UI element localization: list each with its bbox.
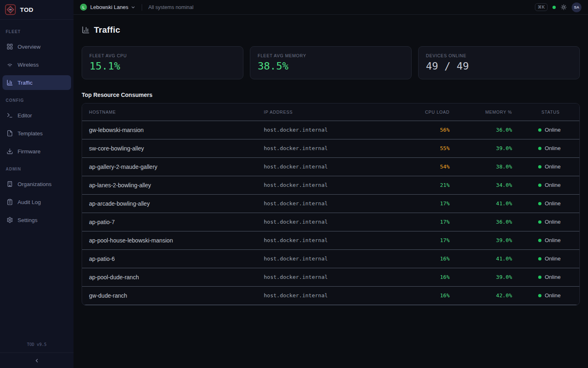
cell-hostname: sw-core-bowling-alley <box>82 139 257 157</box>
cell-ip: host.docker.internal <box>257 121 396 139</box>
sidebar-footer: TOD v9.5 <box>0 338 74 368</box>
online-dot <box>538 128 541 132</box>
sidebar-item[interactable]: Traffic <box>2 75 71 90</box>
cell-ip: host.docker.internal <box>257 194 396 213</box>
status-text: Online <box>545 127 561 133</box>
sidebar-item[interactable]: Organizations <box>2 177 71 191</box>
table-row: ap-patio-6 host.docker.internal 16% 41.0… <box>82 249 579 268</box>
sidebar-item-label: Wireless <box>18 62 39 68</box>
cell-cpu: 16% <box>396 249 450 268</box>
stat-value: 49 / 49 <box>426 60 572 72</box>
user-avatar[interactable]: SA <box>572 2 581 12</box>
cell-ip: host.docker.internal <box>257 286 396 305</box>
sidebar-item-label: Templates <box>18 130 43 137</box>
cell-status: Online <box>512 268 579 286</box>
table-row: ap-gallery-2-maude-gallery host.docker.i… <box>82 157 579 176</box>
sidebar-item[interactable]: Templates <box>2 126 71 141</box>
col-ip: IP ADDRESS <box>257 103 396 121</box>
cell-memory: 36.0% <box>450 213 512 231</box>
nav-group-fleet: Overview Wireless Traffic <box>2 39 71 90</box>
stat-label: DEVICES ONLINE <box>426 53 572 58</box>
theme-toggle-sun-icon[interactable] <box>561 4 567 10</box>
sidebar-item[interactable]: Wireless <box>2 57 71 72</box>
org-switcher[interactable]: L Lebowski Lanes <box>80 4 136 11</box>
cell-hostname: ap-pool-dude-ranch <box>82 268 257 286</box>
table-row: gw-dude-ranch host.docker.internal 16% 4… <box>82 286 579 305</box>
stat-value: 15.1% <box>89 60 236 72</box>
command-palette-shortcut[interactable]: ⌘K <box>535 3 548 11</box>
cell-cpu: 16% <box>396 286 450 305</box>
system-status: All systems nominal <box>148 4 193 10</box>
nav-section-admin: ADMIN <box>2 162 71 177</box>
online-dot <box>538 184 541 187</box>
brand-header: TOD <box>0 0 74 20</box>
nav-section-config: CONFIG <box>2 93 71 108</box>
sidebar-item[interactable]: Firmware <box>2 144 71 159</box>
col-mem: MEMORY % <box>450 103 512 121</box>
cell-ip: host.docker.internal <box>257 213 396 231</box>
cell-memory: 41.0% <box>450 194 512 213</box>
cell-cpu: 54% <box>396 157 450 176</box>
cell-status: Online <box>512 213 579 231</box>
online-dot <box>538 165 541 168</box>
stat-label: FLEET AVG CPU <box>89 53 236 58</box>
cell-ip: host.docker.internal <box>257 249 396 268</box>
cell-memory: 41.0% <box>450 249 512 268</box>
terminal-icon <box>7 112 13 119</box>
nav-group-admin: Organizations Audit Log Settings <box>2 177 71 227</box>
status-text: Online <box>545 219 561 225</box>
cell-memory: 39.0% <box>450 268 512 286</box>
online-dot <box>538 239 541 242</box>
download-icon <box>7 148 13 155</box>
cell-hostname: ap-pool-house-lebowski-mansion <box>82 231 257 249</box>
chevron-down-icon <box>131 5 136 10</box>
online-dot <box>538 147 541 150</box>
cell-cpu: 17% <box>396 231 450 249</box>
stats-row: FLEET AVG CPU 15.1% FLEET AVG MEMORY 38.… <box>82 46 580 79</box>
online-dot <box>538 220 541 224</box>
status-text: Online <box>545 256 561 262</box>
cell-memory: 38.0% <box>450 157 512 176</box>
cell-status: Online <box>512 176 579 194</box>
cell-cpu: 17% <box>396 194 450 213</box>
cell-status: Online <box>512 286 579 305</box>
cell-ip: host.docker.internal <box>257 176 396 194</box>
cell-status: Online <box>512 157 579 176</box>
table-row: sw-core-bowling-alley host.docker.intern… <box>82 139 579 157</box>
clipboard-icon <box>7 199 13 205</box>
sidebar-item-label: Overview <box>18 44 40 50</box>
cell-ip: host.docker.internal <box>257 157 396 176</box>
cell-cpu: 56% <box>396 121 450 139</box>
sidebar-item-label: Editor <box>18 112 32 119</box>
stat-card: DEVICES ONLINE 49 / 49 <box>418 46 580 79</box>
cell-cpu: 21% <box>396 176 450 194</box>
sidebar-item[interactable]: Settings <box>2 213 71 227</box>
stat-card: FLEET AVG CPU 15.1% <box>82 46 243 79</box>
sidebar-item-label: Firmware <box>18 148 40 155</box>
stat-card: FLEET AVG MEMORY 38.5% <box>250 46 412 79</box>
sidebar-collapse-button[interactable] <box>0 352 74 368</box>
status-text: Online <box>545 145 561 151</box>
sidebar-item-label: Settings <box>18 217 38 223</box>
cell-ip: host.docker.internal <box>257 139 396 157</box>
building-icon <box>7 181 13 187</box>
sidebar-item[interactable]: Overview <box>2 39 71 54</box>
cell-ip: host.docker.internal <box>257 268 396 286</box>
col-hostname: HOSTNAME <box>82 103 257 121</box>
main-area: L Lebowski Lanes All systems nominal ⌘K … <box>74 0 588 368</box>
cell-hostname: ap-patio-7 <box>82 213 257 231</box>
cell-hostname: gw-lebowski-mansion <box>82 121 257 139</box>
stat-value: 38.5% <box>258 60 404 72</box>
cell-cpu: 55% <box>396 139 450 157</box>
wifi-icon <box>7 61 13 68</box>
chart-icon <box>7 79 13 86</box>
status-text: Online <box>545 237 561 243</box>
top-consumers-table: HOSTNAME IP ADDRESS CPU LOAD MEMORY % ST… <box>82 103 580 305</box>
file-icon <box>7 130 13 137</box>
sidebar-item[interactable]: Audit Log <box>2 195 71 209</box>
status-text: Online <box>545 182 561 188</box>
tod-logo-icon <box>5 4 16 15</box>
org-name: Lebowski Lanes <box>90 4 128 10</box>
cell-hostname: ap-patio-6 <box>82 249 257 268</box>
sidebar-item[interactable]: Editor <box>2 108 71 123</box>
